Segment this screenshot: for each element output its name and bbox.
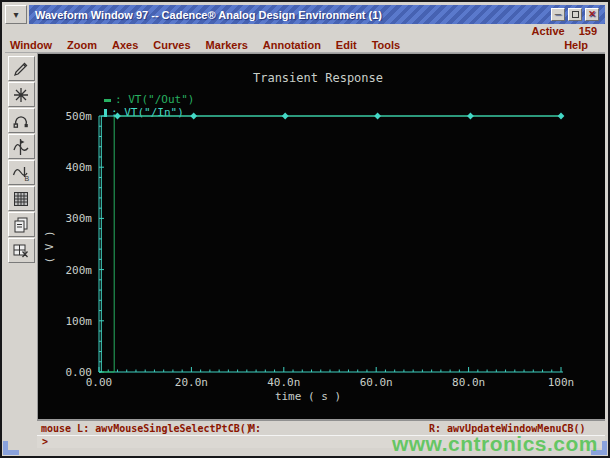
toolbar-button-calculator[interactable] [8,186,35,211]
titlebar-row: ▾ Waveform Window 97 -- Cadence® Analog … [5,5,605,24]
status-mouse-right: R: awvUpdateWindowMenuCB() [429,421,586,436]
plot-canvas[interactable]: : VT("/Out"): VT("/In") Transient Respon… [37,53,605,420]
toolbar-button-copy-pages[interactable] [8,212,35,237]
main-area: B : VT("/Out"): VT("/In") Transient Resp… [5,53,605,420]
toolbar-button-pen-probe[interactable] [8,56,35,81]
data-point-marker[interactable] [467,113,474,120]
vertical-marker-icon [11,137,31,157]
close-button[interactable]: ✕ [585,8,599,21]
waveform-chart[interactable]: Transient Response0.0020.0n40.0n60.0n80.… [38,54,606,421]
x-tick-label: 20.0n [175,376,208,389]
y-axis-unit: ( V ) [43,230,56,263]
active-count: 159 [579,25,597,37]
calculator-icon [11,189,31,209]
toolbar-button-vertical-marker[interactable] [8,134,35,159]
x-tick-label: 40.0n [267,376,300,389]
menu-item-edit[interactable]: Edit [336,39,357,51]
menu-item-curves[interactable]: Curves [153,39,190,51]
waveform-window: ▾ Waveform Window 97 -- Cadence® Analog … [0,0,610,458]
window-title: Waveform Window 97 -- Cadence® Analog De… [35,9,548,21]
y-tick-label: 200m [66,264,93,277]
menu-item-markers[interactable]: Markers [206,39,248,51]
y-tick-label: 400m [66,161,93,174]
y-tick-label: 0.00 [66,366,93,379]
resize-handle-bottom-right[interactable] [591,441,607,455]
data-point-marker[interactable] [114,113,121,120]
toolbar-button-zoom-star[interactable] [8,82,35,107]
chart-title: Transient Response [253,71,383,85]
titlebar[interactable]: Waveform Window 97 -- Cadence® Analog De… [29,5,605,24]
close-icon: ✕ [588,10,596,19]
menu-item-axes[interactable]: Axes [112,39,138,51]
prompt-symbol: > [42,436,48,447]
trace-1[interactable] [99,116,561,372]
copy-pages-icon [11,215,31,235]
window-scissors-icon [11,241,31,261]
window-menu-button[interactable]: ▾ [5,5,27,24]
x-tick-label: 80.0n [452,376,485,389]
data-point-marker[interactable] [282,113,289,120]
toolbar-button-window-scissors[interactable] [8,238,35,263]
menu-items: WindowZoomAxesCurvesMarkersAnnotationEdi… [10,39,400,51]
data-point-marker[interactable] [374,113,381,120]
status-mouse-left: mouse L: awvMouseSingleSelectPtCB() [41,421,252,436]
menu-item-tools[interactable]: Tools [372,39,401,51]
active-label: Active [532,25,565,37]
x-tick-label: 60.0n [360,376,393,389]
marker-b-icon: B [11,163,31,183]
status-mouse-middle: M: [249,421,261,436]
svg-text:B: B [25,175,30,182]
menubar: WindowZoomAxesCurvesMarkersAnnotationEdi… [5,37,605,53]
menu-item-zoom[interactable]: Zoom [67,39,97,51]
minimize-icon: ─ [555,10,561,19]
menu-item-help[interactable]: Help [564,39,588,51]
x-axis-title: time ( s ) [275,390,341,403]
y-tick-label: 300m [66,212,93,225]
chevron-down-icon: ▾ [13,9,18,20]
y-tick-label: 500m [66,110,93,123]
zoom-star-icon [11,85,31,105]
data-point-marker[interactable] [190,113,197,120]
menu-item-window[interactable]: Window [10,39,52,51]
command-prompt[interactable]: > [37,435,605,448]
left-toolbar: B [5,53,37,420]
menu-item-annotation[interactable]: Annotation [263,39,321,51]
x-tick-label: 100n [548,376,575,389]
maximize-icon [572,11,579,18]
toolbar-button-marker-b[interactable]: B [8,160,35,185]
pen-probe-icon [11,59,31,79]
trace-0[interactable] [99,116,561,372]
maximize-button[interactable] [568,8,582,21]
toolbar-button-curve-arc[interactable] [8,108,35,133]
curve-arc-icon [11,111,31,131]
minimize-button[interactable]: ─ [551,8,565,21]
resize-handle-bottom-left[interactable] [3,441,19,455]
active-row: Active 159 [5,24,605,37]
status-bar: mouse L: awvMouseSingleSelectPtCB() M: R… [37,420,605,435]
data-point-marker[interactable] [558,113,565,120]
y-tick-label: 100m [66,315,93,328]
